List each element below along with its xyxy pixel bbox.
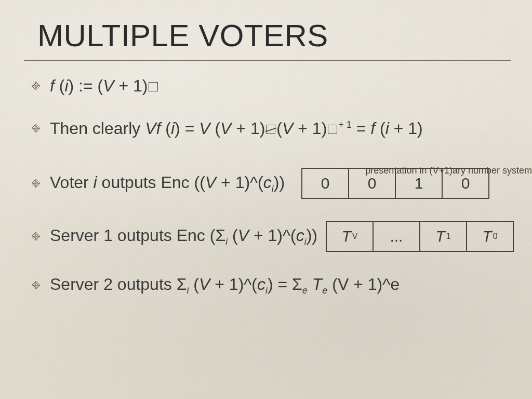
diamond-icon: [31, 281, 41, 290]
slide-title: MULTIPLE VOTERS: [37, 18, 523, 54]
bullet-row-3: Voter i outputs Enc ((V + 1)^(ci)) 0 0 1…: [31, 168, 518, 199]
bullet-row-1: f (i) := (V + 1) f (i) := (V + 1): [31, 75, 518, 96]
line-1-text: f (i) := (V + 1) f (i) := (V + 1): [50, 75, 159, 96]
diamond-icon: [31, 179, 41, 188]
cell: 0: [301, 168, 349, 199]
cells-bottom: TV ... T1 T0: [326, 221, 514, 252]
cell: T1: [419, 221, 467, 252]
line-2-text: Then clearly Vf (i) = V (V + 1)(V + 1)+ …: [50, 118, 423, 139]
bullet-row-4: Server 1 outputs Enc (Σi (V + 1)^(ci)) T…: [31, 221, 518, 252]
cell: 0: [442, 168, 489, 199]
diamond-icon: [31, 124, 41, 133]
cell: TV: [326, 221, 374, 252]
cell: T0: [466, 221, 514, 252]
line-5-text: Server 2 outputs Σi (V + 1)^(ci) = Σe Te…: [50, 274, 400, 297]
crossed-box-icon: [265, 124, 276, 135]
diamond-icon: [31, 81, 41, 90]
cell: 1: [395, 168, 443, 199]
bullet-row-5: Server 2 outputs Σi (V + 1)^(ci) = Σe Te…: [31, 274, 518, 297]
line-3-text: Voter i outputs Enc ((V + 1)^(ci)): [50, 172, 285, 195]
cell: ...: [373, 221, 420, 252]
bullet-row-2: Then clearly Vf (i) = V (V + 1)(V + 1)+ …: [31, 118, 518, 139]
placeholder-box-icon: [327, 124, 338, 135]
horizontal-rule: [24, 60, 511, 61]
cells-top: 0 0 1 0: [301, 168, 489, 199]
placeholder-box-icon: [148, 81, 159, 92]
diamond-icon: [31, 232, 41, 241]
cell: 0: [348, 168, 396, 199]
line-4-text: Server 1 outputs Enc (Σi (V + 1)^(ci)): [50, 225, 317, 248]
